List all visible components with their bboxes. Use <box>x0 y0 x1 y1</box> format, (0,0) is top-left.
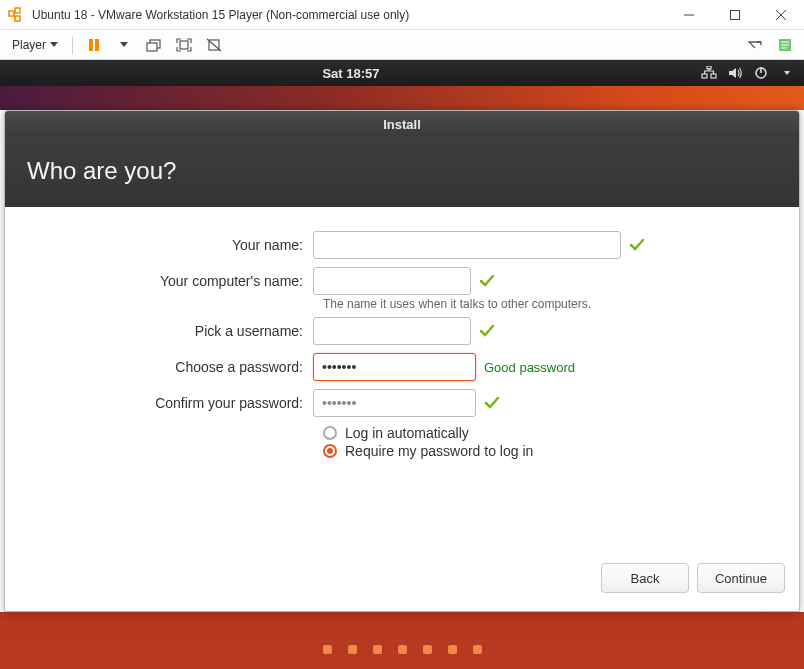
radio-icon <box>323 444 337 458</box>
desktop-background <box>0 86 804 110</box>
installer-window: Install Who are you? Your name: Your com… <box>4 110 800 612</box>
row-name: Your name: <box>33 231 771 259</box>
volume-icon[interactable] <box>724 63 746 83</box>
power-dropdown[interactable] <box>111 32 137 58</box>
svg-rect-2 <box>15 16 20 21</box>
pager-dot <box>423 645 432 654</box>
radio-login-require[interactable]: Require my password to log in <box>323 443 533 459</box>
close-button[interactable] <box>758 0 804 30</box>
button-row: Back Continue <box>5 549 799 611</box>
send-ctrl-alt-del-button[interactable] <box>141 32 167 58</box>
computer-helper-text: The name it uses when it talks to other … <box>323 297 591 311</box>
checkmark-icon <box>479 273 495 289</box>
window-controls <box>666 0 804 29</box>
radio-label-require: Require my password to log in <box>345 443 533 459</box>
pager-dot <box>373 645 382 654</box>
ubuntu-top-bar: Sat 18:57 <box>0 60 804 86</box>
continue-button[interactable]: Continue <box>697 563 785 593</box>
helper-computer: The name it uses when it talks to other … <box>33 297 771 311</box>
svg-rect-0 <box>9 11 14 16</box>
minimize-button[interactable] <box>666 0 712 30</box>
svg-line-4 <box>14 13 15 18</box>
row-login-auto: Log in automatically <box>33 425 771 441</box>
radio-label-auto: Log in automatically <box>345 425 469 441</box>
svg-rect-12 <box>147 43 157 51</box>
pager-dot <box>398 645 407 654</box>
pause-button[interactable] <box>81 32 107 58</box>
label-computer: Your computer's name: <box>33 273 313 289</box>
pager-dot <box>348 645 357 654</box>
vmware-toolbar: Player <box>0 30 804 60</box>
svg-rect-1 <box>15 8 20 13</box>
row-username: Pick a username: <box>33 317 771 345</box>
label-username: Pick a username: <box>33 323 313 339</box>
confirm-password-input[interactable] <box>313 389 476 417</box>
radio-login-auto[interactable]: Log in automatically <box>323 425 469 441</box>
label-password: Choose a password: <box>33 359 313 375</box>
page-heading: Who are you? <box>27 157 777 185</box>
message-log-button[interactable] <box>772 32 798 58</box>
player-menu-label: Player <box>12 38 46 52</box>
checkmark-icon <box>479 323 495 339</box>
pager-dot <box>473 645 482 654</box>
vmware-icon <box>8 7 24 23</box>
password-quality: Good password <box>484 360 575 375</box>
username-input[interactable] <box>313 317 471 345</box>
maximize-button[interactable] <box>712 0 758 30</box>
form-area: Your name: Your computer's name: The nam… <box>5 207 799 469</box>
label-name: Your name: <box>33 237 313 253</box>
row-login-require: Require my password to log in <box>33 443 771 459</box>
svg-rect-9 <box>89 39 93 51</box>
player-menu[interactable]: Player <box>6 34 64 56</box>
back-button[interactable]: Back <box>601 563 689 593</box>
svg-rect-13 <box>180 41 188 49</box>
label-confirm: Confirm your password: <box>33 395 313 411</box>
row-computer: Your computer's name: <box>33 267 771 295</box>
network-icon[interactable] <box>698 63 720 83</box>
desktop-bottom <box>0 612 804 669</box>
checkmark-icon <box>629 237 645 253</box>
radio-icon <box>323 426 337 440</box>
cycle-devices-button[interactable] <box>742 32 768 58</box>
svg-line-3 <box>14 10 15 13</box>
password-input[interactable] <box>313 353 476 381</box>
svg-rect-10 <box>95 39 99 51</box>
pager-dot <box>448 645 457 654</box>
chevron-down-icon[interactable] <box>776 63 798 83</box>
row-confirm: Confirm your password: <box>33 389 771 417</box>
computer-input[interactable] <box>313 267 471 295</box>
system-tray[interactable] <box>698 63 800 83</box>
pager-dot <box>323 645 332 654</box>
checkmark-icon <box>484 395 500 411</box>
separator <box>72 36 73 54</box>
installer-titlebar: Install <box>5 111 799 137</box>
installer-title: Install <box>383 117 421 132</box>
svg-rect-22 <box>707 66 711 69</box>
installer-header: Who are you? <box>5 137 799 207</box>
windows-titlebar: Ubuntu 18 - VMware Workstation 15 Player… <box>0 0 804 30</box>
name-input[interactable] <box>313 231 621 259</box>
window-title: Ubuntu 18 - VMware Workstation 15 Player… <box>32 8 666 22</box>
svg-rect-20 <box>702 74 707 78</box>
svg-rect-21 <box>711 74 716 78</box>
row-password: Choose a password: Good password <box>33 353 771 381</box>
svg-rect-6 <box>731 11 740 20</box>
chevron-down-icon <box>120 42 128 47</box>
fullscreen-button[interactable] <box>171 32 197 58</box>
chevron-down-icon <box>50 42 58 47</box>
unity-mode-button[interactable] <box>201 32 227 58</box>
clock[interactable]: Sat 18:57 <box>4 66 698 81</box>
power-icon[interactable] <box>750 63 772 83</box>
